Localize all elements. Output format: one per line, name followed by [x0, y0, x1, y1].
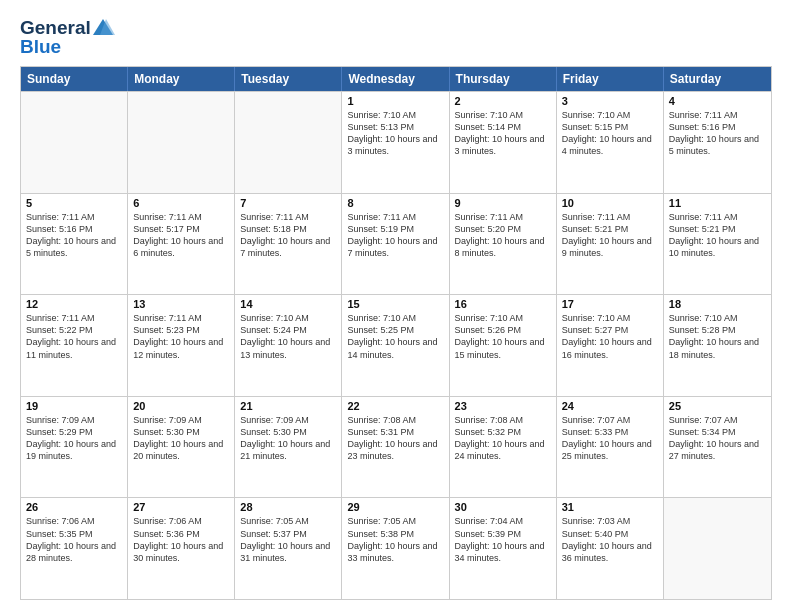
- calendar-row-5: 26Sunrise: 7:06 AMSunset: 5:35 PMDayligh…: [21, 497, 771, 599]
- day-number: 12: [26, 298, 122, 310]
- calendar-row-3: 12Sunrise: 7:11 AMSunset: 5:22 PMDayligh…: [21, 294, 771, 396]
- day-info: Sunrise: 7:10 AMSunset: 5:14 PMDaylight:…: [455, 109, 551, 158]
- day-info: Sunrise: 7:06 AMSunset: 5:36 PMDaylight:…: [133, 515, 229, 564]
- day-number: 11: [669, 197, 766, 209]
- logo-icon: [91, 16, 115, 40]
- cal-cell-8: 8Sunrise: 7:11 AMSunset: 5:19 PMDaylight…: [342, 194, 449, 295]
- cal-cell-27: 27Sunrise: 7:06 AMSunset: 5:36 PMDayligh…: [128, 498, 235, 599]
- cal-cell-31: 31Sunrise: 7:03 AMSunset: 5:40 PMDayligh…: [557, 498, 664, 599]
- day-info: Sunrise: 7:11 AMSunset: 5:20 PMDaylight:…: [455, 211, 551, 260]
- day-number: 14: [240, 298, 336, 310]
- day-info: Sunrise: 7:05 AMSunset: 5:37 PMDaylight:…: [240, 515, 336, 564]
- calendar-row-1: 1Sunrise: 7:10 AMSunset: 5:13 PMDaylight…: [21, 91, 771, 193]
- logo: General Blue: [20, 16, 115, 58]
- cal-cell-15: 15Sunrise: 7:10 AMSunset: 5:25 PMDayligh…: [342, 295, 449, 396]
- logo-blue-text: Blue: [20, 36, 61, 58]
- day-info: Sunrise: 7:11 AMSunset: 5:21 PMDaylight:…: [562, 211, 658, 260]
- header-cell-saturday: Saturday: [664, 67, 771, 91]
- day-number: 25: [669, 400, 766, 412]
- cal-cell-1: 1Sunrise: 7:10 AMSunset: 5:13 PMDaylight…: [342, 92, 449, 193]
- day-info: Sunrise: 7:07 AMSunset: 5:33 PMDaylight:…: [562, 414, 658, 463]
- day-number: 7: [240, 197, 336, 209]
- header-cell-sunday: Sunday: [21, 67, 128, 91]
- cal-cell-11: 11Sunrise: 7:11 AMSunset: 5:21 PMDayligh…: [664, 194, 771, 295]
- day-number: 17: [562, 298, 658, 310]
- cal-cell-empty-2: [235, 92, 342, 193]
- day-number: 10: [562, 197, 658, 209]
- header: General Blue: [20, 16, 772, 58]
- cal-cell-19: 19Sunrise: 7:09 AMSunset: 5:29 PMDayligh…: [21, 397, 128, 498]
- day-info: Sunrise: 7:10 AMSunset: 5:24 PMDaylight:…: [240, 312, 336, 361]
- cal-cell-29: 29Sunrise: 7:05 AMSunset: 5:38 PMDayligh…: [342, 498, 449, 599]
- calendar: SundayMondayTuesdayWednesdayThursdayFrid…: [20, 66, 772, 600]
- day-number: 28: [240, 501, 336, 513]
- cal-cell-6: 6Sunrise: 7:11 AMSunset: 5:17 PMDaylight…: [128, 194, 235, 295]
- day-number: 22: [347, 400, 443, 412]
- cal-cell-24: 24Sunrise: 7:07 AMSunset: 5:33 PMDayligh…: [557, 397, 664, 498]
- day-number: 16: [455, 298, 551, 310]
- day-info: Sunrise: 7:10 AMSunset: 5:27 PMDaylight:…: [562, 312, 658, 361]
- day-info: Sunrise: 7:11 AMSunset: 5:17 PMDaylight:…: [133, 211, 229, 260]
- day-number: 1: [347, 95, 443, 107]
- day-info: Sunrise: 7:04 AMSunset: 5:39 PMDaylight:…: [455, 515, 551, 564]
- cal-cell-9: 9Sunrise: 7:11 AMSunset: 5:20 PMDaylight…: [450, 194, 557, 295]
- header-cell-monday: Monday: [128, 67, 235, 91]
- cal-cell-25: 25Sunrise: 7:07 AMSunset: 5:34 PMDayligh…: [664, 397, 771, 498]
- calendar-body: 1Sunrise: 7:10 AMSunset: 5:13 PMDaylight…: [21, 91, 771, 599]
- cal-cell-10: 10Sunrise: 7:11 AMSunset: 5:21 PMDayligh…: [557, 194, 664, 295]
- day-number: 30: [455, 501, 551, 513]
- day-info: Sunrise: 7:11 AMSunset: 5:23 PMDaylight:…: [133, 312, 229, 361]
- cal-cell-14: 14Sunrise: 7:10 AMSunset: 5:24 PMDayligh…: [235, 295, 342, 396]
- day-info: Sunrise: 7:08 AMSunset: 5:32 PMDaylight:…: [455, 414, 551, 463]
- day-number: 5: [26, 197, 122, 209]
- cal-cell-empty-6: [664, 498, 771, 599]
- cal-cell-13: 13Sunrise: 7:11 AMSunset: 5:23 PMDayligh…: [128, 295, 235, 396]
- day-number: 26: [26, 501, 122, 513]
- cal-cell-21: 21Sunrise: 7:09 AMSunset: 5:30 PMDayligh…: [235, 397, 342, 498]
- day-info: Sunrise: 7:03 AMSunset: 5:40 PMDaylight:…: [562, 515, 658, 564]
- page: General Blue SundayMondayTuesdayWednesda…: [0, 0, 792, 612]
- day-number: 20: [133, 400, 229, 412]
- cal-cell-20: 20Sunrise: 7:09 AMSunset: 5:30 PMDayligh…: [128, 397, 235, 498]
- cal-cell-2: 2Sunrise: 7:10 AMSunset: 5:14 PMDaylight…: [450, 92, 557, 193]
- day-number: 19: [26, 400, 122, 412]
- header-cell-wednesday: Wednesday: [342, 67, 449, 91]
- day-number: 2: [455, 95, 551, 107]
- day-number: 31: [562, 501, 658, 513]
- cal-cell-30: 30Sunrise: 7:04 AMSunset: 5:39 PMDayligh…: [450, 498, 557, 599]
- day-info: Sunrise: 7:10 AMSunset: 5:25 PMDaylight:…: [347, 312, 443, 361]
- day-info: Sunrise: 7:11 AMSunset: 5:21 PMDaylight:…: [669, 211, 766, 260]
- cal-cell-empty-1: [128, 92, 235, 193]
- cal-cell-26: 26Sunrise: 7:06 AMSunset: 5:35 PMDayligh…: [21, 498, 128, 599]
- day-info: Sunrise: 7:09 AMSunset: 5:29 PMDaylight:…: [26, 414, 122, 463]
- cal-cell-23: 23Sunrise: 7:08 AMSunset: 5:32 PMDayligh…: [450, 397, 557, 498]
- day-number: 27: [133, 501, 229, 513]
- day-info: Sunrise: 7:09 AMSunset: 5:30 PMDaylight:…: [133, 414, 229, 463]
- day-info: Sunrise: 7:11 AMSunset: 5:16 PMDaylight:…: [669, 109, 766, 158]
- cal-cell-3: 3Sunrise: 7:10 AMSunset: 5:15 PMDaylight…: [557, 92, 664, 193]
- day-number: 29: [347, 501, 443, 513]
- day-info: Sunrise: 7:10 AMSunset: 5:13 PMDaylight:…: [347, 109, 443, 158]
- cal-cell-empty-0: [21, 92, 128, 193]
- day-info: Sunrise: 7:09 AMSunset: 5:30 PMDaylight:…: [240, 414, 336, 463]
- day-info: Sunrise: 7:08 AMSunset: 5:31 PMDaylight:…: [347, 414, 443, 463]
- cal-cell-5: 5Sunrise: 7:11 AMSunset: 5:16 PMDaylight…: [21, 194, 128, 295]
- day-info: Sunrise: 7:10 AMSunset: 5:26 PMDaylight:…: [455, 312, 551, 361]
- cal-cell-17: 17Sunrise: 7:10 AMSunset: 5:27 PMDayligh…: [557, 295, 664, 396]
- day-number: 18: [669, 298, 766, 310]
- day-info: Sunrise: 7:11 AMSunset: 5:22 PMDaylight:…: [26, 312, 122, 361]
- calendar-header-row: SundayMondayTuesdayWednesdayThursdayFrid…: [21, 67, 771, 91]
- day-info: Sunrise: 7:06 AMSunset: 5:35 PMDaylight:…: [26, 515, 122, 564]
- day-number: 23: [455, 400, 551, 412]
- header-cell-tuesday: Tuesday: [235, 67, 342, 91]
- day-info: Sunrise: 7:05 AMSunset: 5:38 PMDaylight:…: [347, 515, 443, 564]
- day-number: 3: [562, 95, 658, 107]
- day-number: 24: [562, 400, 658, 412]
- cal-cell-16: 16Sunrise: 7:10 AMSunset: 5:26 PMDayligh…: [450, 295, 557, 396]
- day-info: Sunrise: 7:11 AMSunset: 5:16 PMDaylight:…: [26, 211, 122, 260]
- day-number: 21: [240, 400, 336, 412]
- day-number: 13: [133, 298, 229, 310]
- day-number: 8: [347, 197, 443, 209]
- cal-cell-12: 12Sunrise: 7:11 AMSunset: 5:22 PMDayligh…: [21, 295, 128, 396]
- cal-cell-4: 4Sunrise: 7:11 AMSunset: 5:16 PMDaylight…: [664, 92, 771, 193]
